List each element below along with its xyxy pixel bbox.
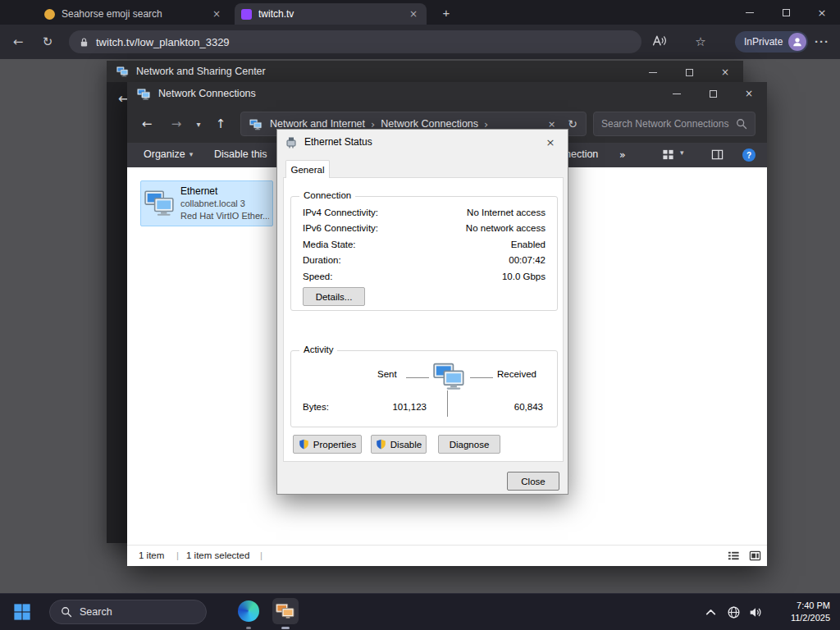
inprivate-label: InPrivate <box>744 36 783 48</box>
nc-title-bar[interactable]: Network Connections × <box>127 82 767 105</box>
preview-pane-icon[interactable] <box>711 148 724 161</box>
dialog-close-button[interactable]: × <box>538 133 563 151</box>
bytes-received-value: 60,843 <box>486 402 543 412</box>
duration-row: Duration: 00:07:42 <box>303 255 546 265</box>
start-button[interactable] <box>13 603 31 621</box>
ipv6-value: No network access <box>466 223 546 233</box>
tab-title: twitch.tv <box>258 8 400 20</box>
nsc-window-title: Network and Sharing Center <box>136 66 266 77</box>
nsc-title-bar[interactable]: Network and Sharing Center × <box>107 61 743 82</box>
url-text: twitch.tv/low_plankton_3329 <box>96 36 230 48</box>
edge-running-indicator <box>246 627 251 629</box>
chevron-down-icon: ▾ <box>189 150 194 158</box>
thumbnail-view-toggle-icon[interactable] <box>749 550 761 562</box>
nc-window-title: Network Connections <box>158 88 256 99</box>
activity-computers-icon <box>433 361 466 390</box>
views-chevron-icon[interactable]: ▾ <box>680 148 684 157</box>
stop-icon[interactable]: × <box>548 119 555 130</box>
search-icon <box>61 606 72 618</box>
ethernet-plug-icon <box>285 135 298 148</box>
nsc-close-button[interactable]: × <box>707 61 743 84</box>
rename-connection-command[interactable]: nection <box>565 148 598 160</box>
bytes-divider <box>447 390 448 417</box>
details-view-toggle-icon[interactable] <box>728 550 740 562</box>
view-tiles-icon[interactable] <box>662 148 674 161</box>
tray-overflow-chevron-icon[interactable] <box>704 605 718 619</box>
breadcrumb-network-and-internet[interactable]: Network and Internet <box>270 118 365 130</box>
browser-minimize-button[interactable] <box>732 0 768 25</box>
details-button[interactable]: Details... <box>303 287 365 306</box>
tab-title: Seahorse emoji search <box>62 8 203 20</box>
nc-search-box[interactable] <box>593 112 756 136</box>
duration-value: 00:07:42 <box>509 255 546 265</box>
breadcrumb-network-connections[interactable]: Network Connections <box>381 118 478 130</box>
browser-close-button[interactable]: × <box>804 0 840 25</box>
new-tab-button[interactable]: + <box>438 5 454 21</box>
network-app-icon <box>276 602 295 620</box>
nc-status-bar: 1 item | 1 item selected | <box>127 545 767 566</box>
uac-shield-icon <box>376 439 386 450</box>
tab-twitch[interactable]: twitch.tv × <box>235 3 427 25</box>
connection-group-label: Connection <box>299 190 355 200</box>
edge-taskbar-icon[interactable] <box>238 600 259 622</box>
received-connector-line <box>470 377 493 378</box>
maximize-icon <box>783 9 790 16</box>
dialog-title-bar[interactable]: Ethernet Status × <box>277 130 568 154</box>
nc-forward-icon[interactable]: → <box>167 116 186 132</box>
favorites-icon[interactable]: ☆ <box>691 34 710 50</box>
organize-menu[interactable]: Organize ▾ <box>144 148 193 160</box>
profile-avatar[interactable] <box>788 33 806 51</box>
tab-close-icon[interactable]: × <box>210 8 223 20</box>
disable-connection-command[interactable]: Disable this <box>214 148 267 160</box>
taskbar-clock[interactable]: 7:40 PM 11/2/2025 <box>791 600 830 624</box>
ethernet-connection-item[interactable]: Ethernet collabnet.local 3 Red Hat VirtI… <box>140 180 273 226</box>
ethernet-adapter-icon <box>144 189 176 217</box>
tab-seahorse-emoji-search[interactable]: Seahorse emoji search × <box>38 3 230 25</box>
nc-up-icon[interactable]: ↑ <box>211 116 231 132</box>
uac-shield-icon <box>299 439 309 450</box>
properties-button[interactable]: Properties <box>293 435 362 454</box>
minimize-icon <box>746 12 754 13</box>
ipv4-row: IPv4 Connectivity: No Internet access <box>303 208 546 217</box>
nc-maximize-button[interactable] <box>695 82 731 105</box>
nc-minimize-button[interactable] <box>659 82 695 105</box>
ipv4-value: No Internet access <box>467 208 546 217</box>
tab-close-icon[interactable]: × <box>407 8 420 20</box>
volume-tray-icon[interactable] <box>748 605 762 619</box>
back-icon[interactable]: ← <box>8 34 28 50</box>
recent-locations-icon[interactable]: ▾ <box>193 116 204 133</box>
media-state-value: Enabled <box>511 240 546 249</box>
clock-date: 11/2/2025 <box>791 612 830 624</box>
network-connections-taskbar-icon[interactable] <box>272 598 299 624</box>
diagnose-button[interactable]: Diagnose <box>438 435 500 454</box>
taskbar-search[interactable]: Search <box>49 600 207 624</box>
more-commands-chevron[interactable]: » <box>619 148 626 161</box>
refresh-icon[interactable]: ↻ <box>38 34 57 50</box>
connection-name: Ethernet <box>180 185 269 198</box>
disable-button[interactable]: Disable <box>371 435 427 454</box>
nsc-minimize-button[interactable] <box>635 61 671 84</box>
help-icon[interactable]: ? <box>742 148 756 162</box>
speed-value: 10.0 Gbps <box>502 272 546 281</box>
browser-menu-icon[interactable]: ··· <box>812 34 832 50</box>
nc-close-button[interactable]: × <box>731 82 767 105</box>
inprivate-badge[interactable]: InPrivate <box>735 31 808 52</box>
nsc-maximize-button[interactable] <box>671 61 707 84</box>
nc-search-input[interactable] <box>601 118 736 130</box>
close-button[interactable]: Close <box>507 472 559 491</box>
network-icon <box>116 66 129 77</box>
browser-maximize-button[interactable] <box>768 0 804 25</box>
address-bar[interactable]: twitch.tv/low_plankton_3329 <box>69 30 641 53</box>
nc-refresh-icon[interactable]: ↻ <box>568 117 578 130</box>
media-state-row: Media State: Enabled <box>303 240 546 249</box>
search-icon <box>736 118 747 130</box>
selected-count: 1 item selected <box>186 550 249 560</box>
status-divider: | <box>260 550 262 560</box>
dialog-title: Ethernet Status <box>304 136 372 148</box>
read-aloud-icon[interactable] <box>651 34 667 48</box>
bytes-label: Bytes: <box>303 402 329 412</box>
general-tab-page: Connection IPv4 Connectivity: No Interne… <box>283 177 564 462</box>
tab-general[interactable]: General <box>285 160 330 178</box>
nc-back-icon[interactable]: ← <box>137 116 157 132</box>
network-tray-icon[interactable] <box>727 605 741 619</box>
